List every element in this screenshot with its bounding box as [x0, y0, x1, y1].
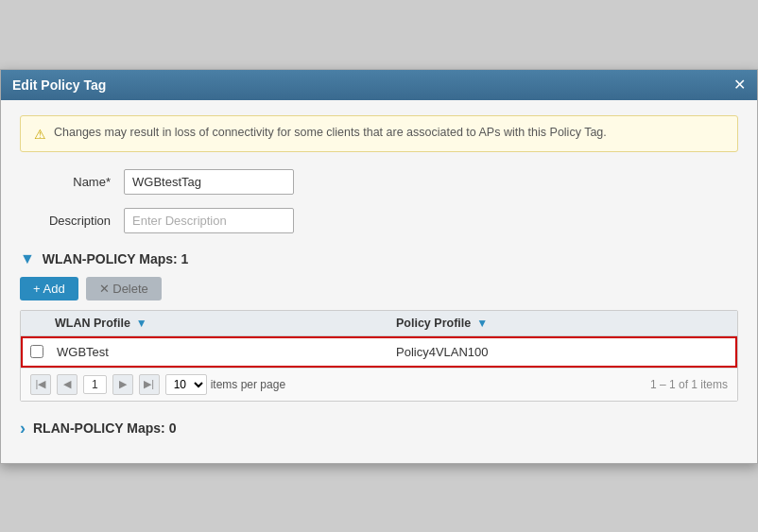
warning-alert: ⚠ Changes may result in loss of connecti… [20, 115, 738, 152]
policy-profile-header: Policy Profile ▼ [396, 317, 737, 330]
rlan-section-title: RLAN-POLICY Maps: 0 [33, 420, 176, 436]
name-row: Name* [20, 169, 738, 195]
rlan-chevron[interactable]: › [20, 419, 26, 438]
close-button[interactable]: ✕ [733, 77, 746, 93]
description-row: Description [20, 208, 738, 233]
add-button[interactable]: + Add [20, 277, 78, 300]
description-input[interactable] [124, 208, 294, 233]
modal-title: Edit Policy Tag [12, 77, 106, 93]
wlan-section-title: WLAN-POLICY Maps: 1 [43, 251, 189, 266]
wlan-chevron[interactable]: ▼ [20, 250, 35, 267]
row-checkbox-cell[interactable] [23, 345, 57, 358]
description-label: Description [20, 214, 124, 228]
policy-filter-icon[interactable]: ▼ [476, 317, 488, 330]
pagination-info: 1 – 1 of 1 items [650, 378, 728, 391]
wlan-profile-header: WLAN Profile ▼ [55, 317, 396, 330]
warning-icon: ⚠ [34, 127, 46, 142]
pagination-bar: |◀ ◀ 1 ▶ ▶| 10 25 50 items per page 1 – … [21, 368, 737, 401]
current-page: 1 [83, 375, 107, 394]
first-page-button[interactable]: |◀ [30, 374, 51, 395]
items-per-page-label: items per page [211, 378, 285, 391]
wlan-table: WLAN Profile ▼ Policy Profile ▼ WGBTest … [20, 310, 738, 402]
policy-profile-cell: Policy4VLAN100 [396, 345, 735, 359]
table-row: WGBTest Policy4VLAN100 [21, 336, 737, 368]
name-input[interactable] [124, 169, 294, 195]
delete-button[interactable]: ✕ Delete [86, 277, 162, 300]
modal-header: Edit Policy Tag ✕ [1, 70, 757, 100]
row-checkbox[interactable] [30, 345, 43, 358]
rlan-section-header: › RLAN-POLICY Maps: 0 [20, 419, 738, 438]
last-page-button[interactable]: ▶| [139, 374, 160, 395]
next-page-button[interactable]: ▶ [112, 374, 133, 395]
header-checkbox-cell [21, 317, 55, 330]
per-page-select[interactable]: 10 25 50 [165, 374, 207, 395]
alert-message: Changes may result in loss of connectivi… [54, 126, 607, 139]
prev-page-button[interactable]: ◀ [57, 374, 78, 395]
name-label: Name* [20, 175, 124, 189]
wlan-toolbar: + Add ✕ Delete [20, 277, 738, 300]
edit-policy-tag-modal: Edit Policy Tag ✕ ⚠ Changes may result i… [0, 69, 758, 464]
wlan-filter-icon[interactable]: ▼ [136, 317, 147, 330]
modal-body: ⚠ Changes may result in loss of connecti… [1, 100, 757, 463]
wlan-section-header: ▼ WLAN-POLICY Maps: 1 [20, 250, 738, 267]
table-header: WLAN Profile ▼ Policy Profile ▼ [21, 311, 737, 336]
per-page-control: 10 25 50 items per page [165, 374, 285, 395]
wlan-profile-cell: WGBTest [57, 345, 396, 359]
